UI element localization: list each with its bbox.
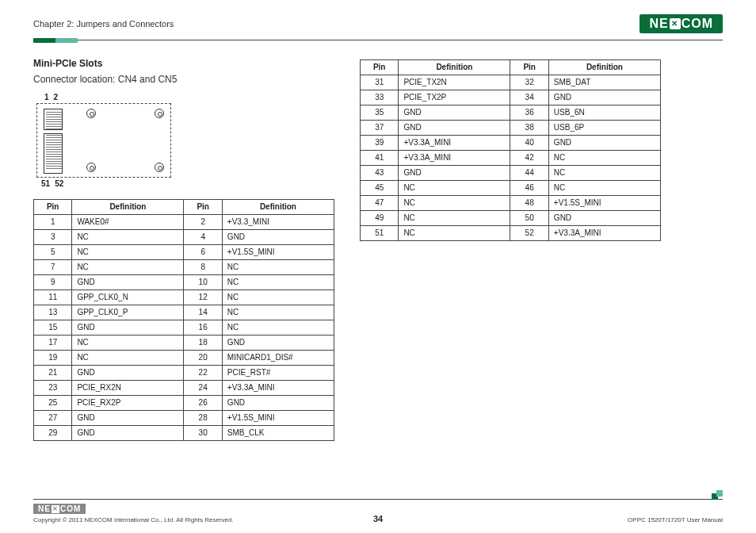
pin-cell: 34 [510, 90, 548, 105]
table-row: 11GPP_CLK0_N12NC [34, 290, 334, 305]
footer-logo: NE ✕ COM [33, 504, 86, 514]
table-row: 1WAKE0#2+V3.3_MINI [34, 215, 334, 230]
pin-cell: 11 [34, 290, 72, 305]
page: Chapter 2: Jumpers and Connectors NE ✕ C… [0, 0, 756, 533]
pin-cell: 50 [510, 211, 548, 226]
footer-rule [33, 499, 723, 500]
definition-cell: GND [72, 411, 184, 426]
header: Chapter 2: Jumpers and Connectors NE ✕ C… [33, 14, 723, 33]
pin-cell: 20 [184, 351, 222, 366]
pin-cell: 21 [34, 366, 72, 381]
definition-cell: GND [399, 166, 510, 181]
definition-cell: GND [548, 90, 660, 105]
definition-cell: PCIE_RX2P [72, 396, 184, 411]
definition-cell: NC [548, 151, 660, 166]
table-row: 35GND36USB_6N [361, 105, 661, 121]
pin-cell: 27 [34, 411, 72, 426]
pin-cell: 51 [361, 226, 399, 241]
pin-cell: 30 [184, 426, 222, 441]
definition-cell: NC [72, 351, 184, 366]
definition-cell: MINICARD1_DIS# [222, 351, 334, 366]
table-row: 37GND38USB_6P [361, 121, 661, 136]
pin-cell: 38 [510, 121, 548, 136]
definition-cell: NC [548, 181, 660, 196]
table-row: 33PCIE_TX2P34GND [361, 90, 661, 105]
pin-cell: 19 [34, 351, 72, 366]
table-row: 25PCIE_RX2P26GND [34, 396, 334, 411]
pin-cell: 40 [510, 136, 548, 151]
definition-cell: GND [72, 275, 184, 290]
pin-cell: 42 [510, 151, 548, 166]
footer-logo-right: COM [60, 504, 81, 513]
definition-cell: +V3.3A_MINI [399, 151, 510, 166]
pin-cell: 13 [34, 305, 72, 320]
pin-label-51: 51 [41, 179, 50, 188]
table-header-row: Pin Definition Pin Definition [34, 200, 334, 215]
pin-cell: 15 [34, 320, 72, 336]
definition-cell: NC [399, 226, 510, 241]
col-definition: Definition [548, 60, 660, 75]
standoff-icon [155, 109, 164, 118]
pin-cell: 45 [361, 181, 399, 196]
table-row: 31PCIE_TX2N32SMB_DAT [361, 75, 661, 90]
pin-cell: 5 [34, 245, 72, 260]
pin-cell: 41 [361, 151, 399, 166]
definition-cell: GND [222, 396, 334, 411]
connector-location: Connector location: CN4 and CN5 [33, 74, 341, 85]
definition-cell: GND [222, 336, 334, 351]
footer-accent-icon [712, 493, 723, 500]
pin-cell: 4 [184, 230, 222, 245]
manual-name: OPPC 1520T/1720T User Manual [628, 516, 723, 523]
table-row: 9GND10NC [34, 275, 334, 290]
nexcom-logo: NE ✕ COM [640, 14, 723, 33]
table-row: 23PCIE_RX2N24+V3.3A_MINI [34, 381, 334, 396]
table-row: 45NC46NC [361, 181, 661, 196]
col-pin: Pin [34, 200, 72, 215]
col-definition: Definition [222, 200, 334, 215]
definition-cell: GND [222, 230, 334, 245]
definition-cell: NC [222, 320, 334, 336]
definition-cell: NC [222, 290, 334, 305]
card-edge-icon [44, 109, 63, 174]
table-row: 19NC20MINICARD1_DIS# [34, 351, 334, 366]
footer-logo-left: NE [38, 504, 51, 513]
table-row: 47NC48+V1.5S_MINI [361, 196, 661, 211]
pin-cell: 52 [510, 226, 548, 241]
pin-table-right: Pin Definition Pin Definition 31PCIE_TX2… [360, 59, 661, 241]
pin-cell: 22 [184, 366, 222, 381]
table-row: 43GND44NC [361, 166, 661, 181]
content-columns: Mini-PCIe Slots Connector location: CN4 … [33, 58, 723, 441]
definition-cell: WAKE0# [72, 215, 184, 230]
pin-label-2: 2 [54, 93, 59, 102]
table-row: 7NC8NC [34, 260, 334, 275]
definition-cell: GND [72, 366, 184, 381]
definition-cell: +V3.3A_MINI [399, 136, 510, 151]
pin-cell: 43 [361, 166, 399, 181]
definition-cell: PCIE_TX2P [399, 90, 510, 105]
table-header-row: Pin Definition Pin Definition [361, 60, 661, 75]
pin-cell: 33 [361, 90, 399, 105]
diagram-outline [36, 103, 171, 178]
definition-cell: NC [399, 196, 510, 211]
standoff-icon [86, 163, 96, 172]
pin-cell: 29 [34, 426, 72, 441]
definition-cell: NC [72, 230, 184, 245]
definition-cell: GPP_CLK0_N [72, 290, 184, 305]
page-number: 34 [373, 514, 383, 523]
definition-cell: USB_6N [548, 105, 660, 121]
col-pin: Pin [510, 60, 548, 75]
definition-cell: USB_6P [548, 121, 660, 136]
definition-cell: PCIE_TX2N [399, 75, 510, 90]
definition-cell: GND [72, 426, 184, 441]
pin-cell: 47 [361, 196, 399, 211]
pin-cell: 1 [34, 215, 72, 230]
definition-cell: NC [399, 181, 510, 196]
mini-pcie-diagram: 1 2 51 52 [36, 93, 341, 188]
pin-cell: 16 [184, 320, 222, 336]
pin-cell: 44 [510, 166, 548, 181]
pin-cell: 9 [34, 275, 72, 290]
table-row: 13GPP_CLK0_P14NC [34, 305, 334, 320]
pin-cell: 48 [510, 196, 548, 211]
right-column: Pin Definition Pin Definition 31PCIE_TX2… [360, 58, 701, 441]
pin-cell: 7 [34, 260, 72, 275]
